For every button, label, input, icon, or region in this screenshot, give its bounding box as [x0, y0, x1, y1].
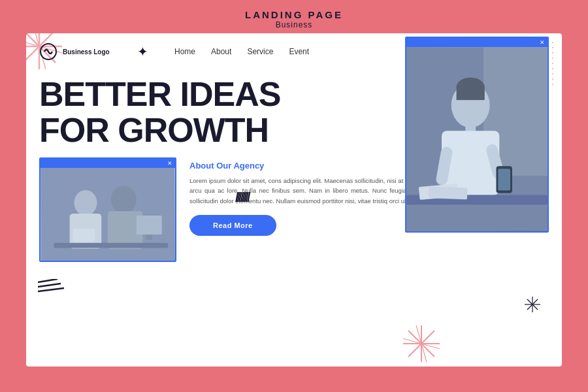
starburst-bottomright-decoration: [399, 321, 444, 367]
hero-title: BETTER IDEAS FOR GROWTH: [39, 76, 379, 148]
right-image-window: ✕: [405, 37, 549, 233]
right-window-titlebar: ✕: [406, 38, 547, 47]
svg-rect-31: [429, 187, 467, 200]
hash-decoration: ////////: [235, 190, 248, 205]
svg-line-9: [38, 288, 64, 291]
diamond-bottomright-decoration: [523, 295, 542, 314]
svg-rect-15: [54, 243, 168, 248]
page-meta-title: LANDING PAGE Business: [245, 0, 343, 33]
nav-service[interactable]: Service: [247, 47, 273, 56]
svg-rect-18: [73, 229, 95, 242]
logo-text: Business Logo: [63, 48, 110, 56]
nav-links: Home About Service Event: [174, 47, 309, 56]
page-category-label: Business: [245, 20, 343, 29]
svg-point-13: [111, 186, 137, 214]
left-window-titlebar: ✕: [41, 159, 175, 168]
landing-card: Business Logo ✦ Home About Service Event…: [26, 33, 562, 367]
svg-rect-23: [457, 87, 485, 100]
read-more-button[interactable]: Read More: [189, 215, 276, 236]
logo-area: Business Logo: [39, 42, 111, 61]
right-window-close-icon[interactable]: ✕: [540, 39, 545, 46]
right-image-svg: [406, 47, 547, 231]
hero-line2: FOR GROWTH: [39, 111, 269, 149]
nav-home[interactable]: Home: [174, 47, 195, 56]
lines-left-decoration: [38, 279, 64, 301]
svg-rect-28: [498, 169, 510, 190]
hero-line1: BETTER IDEAS: [39, 75, 280, 113]
left-window-body: [41, 168, 175, 261]
svg-line-8: [38, 284, 61, 287]
svg-rect-16: [137, 216, 162, 235]
left-image-window: ✕: [39, 157, 176, 262]
svg-rect-17: [146, 235, 152, 240]
nav-about[interactable]: About: [211, 47, 231, 56]
left-image-svg: [41, 168, 175, 261]
diamond-decoration-icon: ✦: [137, 44, 148, 59]
logo-icon: [39, 42, 57, 61]
page-type-label: LANDING PAGE: [245, 9, 343, 20]
right-window-body: [406, 47, 547, 231]
svg-line-7: [38, 279, 57, 282]
nav-event[interactable]: Event: [289, 47, 309, 56]
svg-point-11: [74, 190, 97, 216]
left-window-close-icon[interactable]: ✕: [167, 160, 172, 167]
